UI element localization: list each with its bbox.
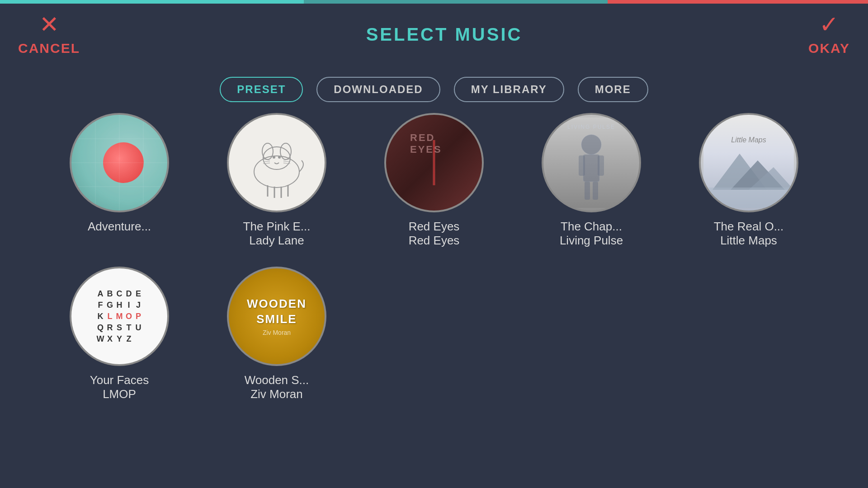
tab-my-library[interactable]: MY LIBRARY <box>454 77 564 102</box>
letter-d: D <box>125 289 133 299</box>
song-title: Adventure... <box>88 220 151 234</box>
svg-point-10 <box>273 156 275 159</box>
letter-o: O <box>125 312 133 321</box>
letter-j: J <box>135 300 142 310</box>
letter-r: R <box>106 323 114 333</box>
svg-point-6 <box>254 156 299 188</box>
progress-bar <box>0 0 868 4</box>
list-item[interactable]: RED EYES Red Eyes Red Eyes <box>360 113 508 248</box>
list-item[interactable]: A B C D E F G H I J K L M O P Q R S T U <box>45 267 193 401</box>
song-title: The Chap... <box>561 220 622 234</box>
letter-k: K <box>97 312 104 321</box>
song-title: The Pink E... <box>243 220 311 234</box>
letter-y: Y <box>116 334 123 344</box>
song-artist: Little Maps <box>720 234 777 248</box>
okay-button[interactable]: ✓ OKAY <box>808 13 850 56</box>
tab-downloaded[interactable]: DOWNLOADED <box>316 77 440 102</box>
letter-t: T <box>125 323 133 333</box>
album-art-chap: LIVING PULSE <box>542 113 641 212</box>
music-grid-row1: Adventure... <box>45 113 823 248</box>
cancel-button[interactable]: ✕ CANCEL <box>18 13 80 56</box>
letter-g: G <box>106 300 114 310</box>
tab-preset[interactable]: PRESET <box>220 77 303 102</box>
okay-icon: ✓ <box>819 13 839 36</box>
svg-point-26 <box>581 135 601 155</box>
letter-a: A <box>97 289 104 299</box>
list-item[interactable]: LIVING PULSE The Chap... Living Pulse <box>517 113 665 248</box>
letter-s: S <box>116 323 123 333</box>
letter-b: B <box>106 289 114 299</box>
svg-point-7 <box>263 147 290 169</box>
song-artist: Red Eyes <box>409 234 460 248</box>
cancel-icon: ✕ <box>39 13 59 36</box>
letter-m: M <box>116 312 123 321</box>
letter-p: P <box>135 312 142 321</box>
album-overlay-text: RED EYES <box>410 132 458 155</box>
album-art-your-faces: A B C D E F G H I J K L M O P Q R S T U <box>70 267 169 366</box>
alphabet-grid: A B C D E F G H I J K L M O P Q R S T U <box>88 280 151 353</box>
wooden-smile-text: WOODENSMILE <box>247 296 307 327</box>
progress-segment-1 <box>0 0 304 4</box>
page-title: SELECT MUSIC <box>366 24 523 45</box>
letter-h: H <box>116 300 123 310</box>
song-title: The Real O... <box>714 220 784 234</box>
letter-z: Z <box>125 334 133 344</box>
wooden-smile-subtitle: Ziv Moran <box>263 329 291 336</box>
list-item[interactable]: Little Maps The Real O... Little Maps <box>675 113 823 248</box>
svg-rect-30 <box>585 182 590 200</box>
svg-rect-29 <box>598 155 604 176</box>
svg-rect-31 <box>593 182 598 200</box>
song-title: Wooden S... <box>245 373 309 387</box>
letter-f: F <box>97 300 104 310</box>
svg-point-11 <box>278 156 281 159</box>
album-art-red-eyes: RED EYES <box>384 113 484 212</box>
svg-text:LIVING PULSE: LIVING PULSE <box>567 124 615 130</box>
album-art-pink-e <box>227 113 326 212</box>
music-grid-row2: A B C D E F G H I J K L M O P Q R S T U <box>45 267 823 401</box>
svg-rect-28 <box>579 155 585 176</box>
letter-u: U <box>135 323 142 333</box>
letter-blank <box>135 334 142 344</box>
song-artist: LMOP <box>103 387 136 401</box>
letter-x: X <box>106 334 114 344</box>
okay-label: OKAY <box>808 41 850 56</box>
album-art-little-maps: Little Maps <box>699 113 798 212</box>
letter-i: I <box>125 300 133 310</box>
album-art-wooden-smile: WOODENSMILE Ziv Moran <box>227 267 326 366</box>
letter-l: L <box>106 312 114 321</box>
song-artist: Living Pulse <box>560 234 623 248</box>
letter-c: C <box>116 289 123 299</box>
song-title: Red Eyes <box>409 220 460 234</box>
song-artist: Lady Lane <box>249 234 304 248</box>
song-artist: Ziv Moran <box>250 387 303 401</box>
letter-q: Q <box>97 323 104 333</box>
song-title: Your Faces <box>90 373 149 387</box>
progress-segment-3 <box>608 0 868 4</box>
header: ✕ CANCEL SELECT MUSIC ✓ OKAY <box>0 4 868 61</box>
svg-rect-38 <box>703 188 794 208</box>
tab-more[interactable]: MORE <box>578 77 648 102</box>
album-art-adventure <box>70 113 169 212</box>
progress-segment-2 <box>304 0 608 4</box>
letter-e: E <box>135 289 142 299</box>
svg-rect-27 <box>583 155 599 182</box>
list-item[interactable]: WOODENSMILE Ziv Moran Wooden S... Ziv Mo… <box>203 267 351 401</box>
cancel-label: CANCEL <box>18 41 80 56</box>
list-item[interactable]: The Pink E... Lady Lane <box>203 113 351 248</box>
list-item[interactable]: Adventure... <box>45 113 193 248</box>
letter-w: W <box>97 334 104 344</box>
filter-tabs: PRESET DOWNLOADED MY LIBRARY MORE <box>0 77 868 102</box>
svg-text:Little Maps: Little Maps <box>731 136 766 144</box>
